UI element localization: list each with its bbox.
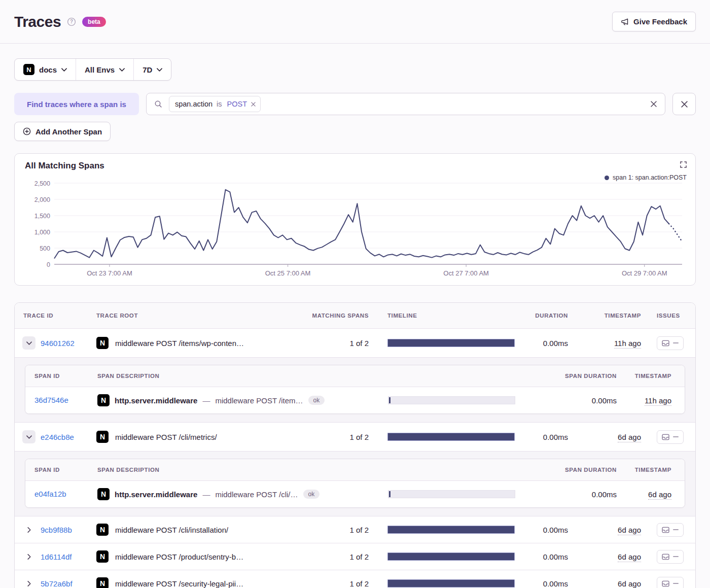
megaphone-icon [621, 18, 629, 26]
table-row: 1d6114df N middleware POST /product/sent… [15, 543, 695, 570]
chevron-down-icon [61, 68, 67, 72]
issues-button[interactable] [657, 577, 684, 588]
timestamp-value: 6d ago [618, 526, 641, 535]
legend-label: span 1: span.action:POST [613, 174, 687, 181]
timeline-cell [369, 552, 527, 561]
duration-value: 0.00ms [543, 526, 568, 534]
page-header: Traces ? beta Give Feedback [0, 0, 710, 44]
expanded-spans-section: SPAN ID SPAN DESCRIPTION SPAN DURATION T… [15, 451, 695, 516]
span-operation: http.server.middleware [115, 490, 197, 499]
issues-button[interactable] [657, 550, 684, 564]
issues-cell [657, 430, 684, 444]
matching-spans-value: 1 of 2 [349, 433, 369, 441]
matching-spans-value: 1 of 2 [349, 526, 369, 534]
inbox-icon [662, 580, 669, 587]
environment-filter[interactable]: All Envs [76, 59, 133, 80]
span-timestamp-value: 11h ago [645, 396, 671, 406]
duration-value: 0.00ms [543, 552, 568, 561]
matching-spans-value: 1 of 2 [349, 339, 369, 348]
find-traces-label: Find traces where a span is [14, 93, 139, 115]
expand-chart-icon[interactable] [680, 161, 687, 168]
add-another-span-button[interactable]: Add Another Span [14, 122, 111, 141]
dash-icon [673, 583, 679, 584]
dash-icon [673, 436, 679, 437]
remove-span-filter-button[interactable] [672, 93, 696, 115]
environment-filter-value: All Envs [85, 65, 115, 74]
timestamp-cell: 6d ago [618, 526, 645, 534]
inbox-icon [662, 340, 669, 347]
issues-button[interactable] [657, 336, 684, 350]
trace-id-link[interactable]: e246cb8e [41, 433, 74, 441]
page-filter-bar: N docs All Envs 7D [14, 58, 171, 81]
span-timeline-cell [388, 490, 515, 498]
plus-circle-icon [23, 127, 31, 135]
trace-root-text: middleware POST /security-legal-pii… [115, 579, 243, 588]
title-group: Traces ? beta [14, 13, 106, 30]
timestamp-cell: 6d ago [618, 433, 645, 441]
inbox-icon [662, 527, 669, 533]
expand-row-button[interactable] [22, 336, 36, 350]
chevron-down-icon [119, 68, 125, 72]
span-id-cell: e04fa12b [25, 490, 89, 499]
chart-legend[interactable]: span 1: span.action:POST [605, 174, 687, 181]
issues-cell [657, 550, 684, 564]
span-description-cell: N http.server.middleware — middleware PO… [89, 488, 388, 500]
timeline-bar [387, 552, 515, 561]
column-header-span-id: SPAN ID [25, 467, 89, 473]
trace-id-link[interactable]: 9cb9f88b [41, 526, 72, 534]
add-another-span-label: Add Another Span [36, 127, 102, 136]
trace-id-cell: 5b72a6bf [15, 577, 94, 588]
column-header-span-duration: SPAN DURATION [565, 373, 617, 379]
expand-row-button[interactable] [22, 523, 36, 536]
column-header-trace-root: TRACE ROOT [94, 313, 294, 319]
trace-id-link[interactable]: 94601262 [41, 339, 75, 348]
span-sub-table: SPAN ID SPAN DESCRIPTION SPAN DURATION T… [25, 459, 685, 508]
search-filter-token[interactable]: span.action is POST [169, 96, 261, 112]
timestamp-value: 6d ago [618, 552, 641, 562]
token-value: POST [224, 100, 250, 108]
span-search-row: Find traces where a span is span.action … [14, 93, 696, 115]
column-header-duration: DURATION [535, 313, 568, 319]
issues-button[interactable] [657, 523, 684, 537]
svg-text:?: ? [70, 19, 73, 24]
span-id-link[interactable]: e04fa12b [34, 490, 66, 498]
span-table-header: SPAN ID SPAN DESCRIPTION SPAN DURATION T… [25, 459, 685, 481]
give-feedback-button[interactable]: Give Feedback [612, 12, 696, 31]
token-remove-icon[interactable] [250, 102, 260, 107]
duration-value: 0.00ms [543, 433, 568, 441]
help-icon[interactable]: ? [67, 17, 76, 26]
span-search-input[interactable]: span.action is POST [146, 93, 665, 115]
trace-id-cell: 9cb9f88b [15, 523, 94, 536]
table-row: 94601262 N middleware POST /items/wp-con… [15, 329, 695, 357]
trace-id-cell: 1d6114df [15, 550, 94, 563]
separator-dash: — [202, 396, 210, 405]
issues-button[interactable] [657, 430, 684, 444]
trace-table-body: 94601262 N middleware POST /items/wp-con… [15, 329, 695, 588]
span-row: 36d7546e N http.server.middleware — midd… [25, 387, 685, 413]
span-duration-value: 0.00ms [592, 490, 617, 499]
column-header-timeline: TIMELINE [369, 313, 527, 319]
date-range-filter[interactable]: 7D [133, 59, 171, 80]
timestamp-cell: 11h ago [614, 339, 645, 348]
timestamp-value: 6d ago [618, 433, 641, 442]
date-range-filter-value: 7D [143, 65, 152, 74]
expand-row-button[interactable] [22, 550, 36, 563]
column-header-span-timestamp: TIMESTAMP [635, 373, 685, 379]
timeline-bar [387, 526, 515, 534]
span-id-link[interactable]: 36d7546e [34, 396, 68, 404]
trace-root-text: middleware POST /items/wp-conten… [115, 339, 244, 348]
matching-spans-value: 1 of 2 [349, 579, 369, 588]
trace-id-link[interactable]: 5b72a6bf [41, 579, 73, 588]
timeline-bar [387, 339, 515, 347]
column-header-timestamp: TIMESTAMP [605, 313, 645, 319]
issues-cell [657, 577, 684, 588]
trace-root-cell: N middleware POST /cli/installation/ [94, 524, 294, 536]
project-filter[interactable]: N docs [15, 59, 76, 80]
expand-row-button[interactable] [22, 430, 36, 443]
trace-id-link[interactable]: 1d6114df [41, 552, 72, 561]
search-clear-icon[interactable] [650, 100, 657, 108]
nextjs-icon: N [96, 577, 109, 588]
inbox-icon [662, 554, 669, 560]
expand-row-button[interactable] [22, 577, 36, 588]
nextjs-icon: N [96, 550, 109, 563]
